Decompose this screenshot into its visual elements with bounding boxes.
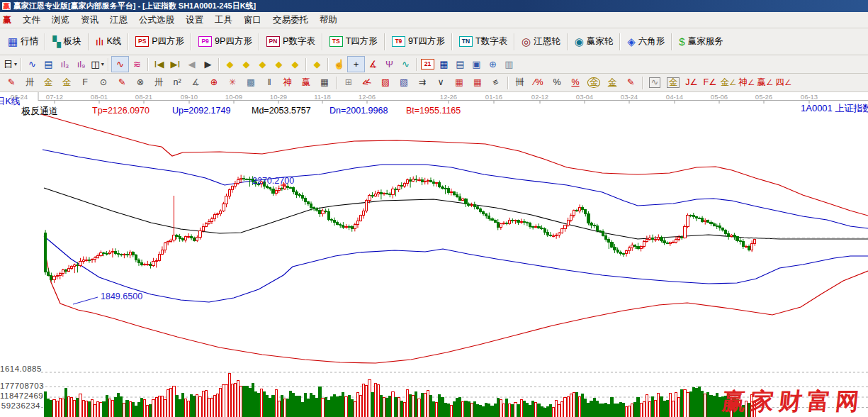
mini-chart-3-icon[interactable]: ıl₃ (57, 57, 73, 72)
trend-draw-red-icon[interactable]: ∿ (111, 56, 129, 72)
menu-item-帮助[interactable]: 帮助 (314, 13, 343, 28)
goto-first-icon[interactable]: Ⅰ◀ (151, 57, 167, 72)
period-tab-label[interactable]: 日K线 (0, 96, 20, 108)
av-box-icon[interactable]: ∿ (646, 76, 664, 89)
ruler2-icon[interactable]: 卅 (150, 76, 168, 89)
9p-square-button[interactable]: P99P四方形 (193, 33, 257, 50)
angle-measure-icon[interactable]: ∡ (365, 57, 381, 72)
f-angle-icon[interactable]: F∠ (701, 76, 719, 89)
grid-arrow-icon[interactable]: ▦ (468, 76, 487, 89)
gann-shape-icon[interactable]: Ψ (381, 57, 398, 72)
gann-wheel-button[interactable]: ◎江恩轮 (517, 33, 565, 50)
gold-grid-2-icon[interactable]: 金 (57, 76, 76, 89)
slant-lines-icon[interactable]: ≡ (487, 76, 505, 89)
calendar-icon[interactable]: 21 (419, 57, 436, 72)
time-circle-icon[interactable]: ⊗ (131, 76, 150, 89)
gann-nav-center-icon[interactable]: ◆ (309, 57, 325, 72)
toolbar-separator (507, 77, 509, 89)
grid-red-icon[interactable]: ▦ (450, 76, 468, 89)
n-square-icon[interactable]: n² (168, 76, 186, 89)
step-back-icon[interactable]: ◀ (184, 57, 200, 72)
gann-pen-icon[interactable]: ✎ (2, 76, 21, 89)
menu-item-设置[interactable]: 设置 (180, 13, 209, 28)
notes-icon[interactable]: ▤ (452, 57, 468, 72)
bars-pair-icon[interactable]: ‖ (260, 76, 278, 89)
ying-angle-icon[interactable]: 赢∠ (756, 76, 774, 89)
trend-draw-blue-icon[interactable]: ∿ (24, 57, 40, 72)
target-red-icon[interactable]: ⊕ (205, 76, 223, 89)
workstation-icon[interactable]: ▥ (501, 57, 517, 72)
j-angle-icon[interactable]: J∠ (682, 76, 701, 89)
spider-web-icon[interactable]: ▩ (242, 76, 260, 89)
goto-last-icon[interactable]: ▶Ⅰ (167, 57, 184, 72)
kline-chart-canvas[interactable] (0, 92, 868, 417)
gann-nav-left-icon[interactable]: ◆ (222, 57, 238, 72)
gold-angle-icon[interactable]: 金∠ (719, 76, 738, 89)
menu-item-浏览[interactable]: 浏览 (46, 13, 75, 28)
wave-tool-icon[interactable]: ∿ (398, 57, 414, 72)
percent-icon[interactable]: % (548, 76, 566, 89)
menu-item-公式选股[interactable]: 公式选股 (133, 13, 180, 28)
kline-button[interactable]: ılıK线 (91, 33, 127, 50)
brush-red-icon[interactable]: ✎ (621, 76, 640, 89)
menu-item-工具[interactable]: 工具 (209, 13, 238, 28)
frame-tool-icon[interactable]: ⊞ (339, 76, 358, 89)
menu-item-窗口[interactable]: 窗口 (238, 13, 267, 28)
save-icon[interactable]: ▣ (468, 57, 485, 72)
period-day-selector[interactable]: 日▾ (2, 57, 18, 72)
wave-v-icon[interactable]: ∨ (432, 76, 450, 89)
mini-chart-9-icon[interactable]: ıl₉ (73, 57, 89, 72)
ladder-chart-icon[interactable]: 卌 (511, 76, 529, 89)
hand-tool-icon[interactable]: ☝ (331, 57, 347, 72)
fan-box-red-icon[interactable]: ▨ (376, 76, 395, 89)
fan-box-blue-icon[interactable]: ▧ (395, 76, 413, 89)
pen-measure-icon[interactable]: ✎ (113, 76, 131, 89)
gann-nav-up-icon[interactable]: ◆ (254, 57, 271, 72)
hexagon-button[interactable]: ◈六角形 (622, 33, 670, 50)
arrow-fan-icon[interactable]: ⇉ (413, 76, 432, 89)
gann-nav-cross-icon[interactable]: ◆ (271, 57, 287, 72)
chart-area[interactable]: 06-2407-1208-0108-2109-1010-0910-2911-18… (0, 92, 868, 417)
gold-line-icon[interactable]: 金 (603, 76, 621, 89)
network-icon[interactable]: ⊕ (485, 57, 501, 72)
gann-ruler-icon[interactable]: 卅 (21, 76, 39, 89)
angle-a-icon[interactable]: ∡ (186, 76, 205, 89)
calculator-icon[interactable]: ▦ (436, 57, 452, 72)
9t-square-button[interactable]: T99T四方形 (387, 33, 450, 50)
gann-nav-star-icon[interactable]: ◆ (287, 57, 303, 72)
quotes-button[interactable]: ▦行情 (3, 33, 43, 50)
shen-angle-icon[interactable]: 神∠ (738, 76, 756, 89)
gold-circle-icon[interactable]: 金 (585, 76, 603, 89)
volume-profile-icon[interactable]: ≋ (129, 57, 145, 72)
step-forward-icon[interactable]: ▶ (200, 57, 216, 72)
ying-tool-icon[interactable]: 赢 (297, 76, 315, 89)
t-number-button[interactable]: TNT数字表 (454, 33, 512, 50)
gold-grid-1-icon[interactable]: 金 (39, 76, 57, 89)
winner-service-button[interactable]: $赢家服务 (674, 33, 728, 50)
spiral-icon[interactable]: ⊙ (94, 76, 113, 89)
fib-grid-icon[interactable]: F (76, 76, 94, 89)
sectors-button[interactable]: ▚板块 (47, 33, 86, 50)
menu-item-文件[interactable]: 文件 (17, 13, 46, 28)
percent-line-icon[interactable]: % (566, 76, 585, 89)
fan-red-icon[interactable]: ≪ (358, 76, 376, 89)
star-burst-icon[interactable]: ✳ (223, 76, 242, 89)
winner-wheel-button[interactable]: ◉赢家轮 (570, 33, 619, 50)
gann-nav-right-icon[interactable]: ◆ (238, 57, 254, 72)
candle-style-icon[interactable]: ◫▾ (89, 57, 106, 72)
percent-t-icon[interactable]: ⁄% (529, 76, 548, 89)
indicator-name[interactable]: 极反通道 (21, 105, 58, 118)
si-angle-icon[interactable]: 四∠ (774, 76, 793, 89)
shen-tool-icon[interactable]: 神 (278, 76, 297, 89)
price-axis-min-label: 1614.0885 (0, 365, 40, 373)
menu-item-资讯[interactable]: 资讯 (75, 13, 104, 28)
menu-item-交易委托[interactable]: 交易委托 (267, 13, 314, 28)
t-square-button[interactable]: TST四方形 (325, 33, 383, 50)
p-number-button[interactable]: PNP数字表 (261, 33, 320, 50)
gold-box-icon[interactable]: 金 (664, 76, 682, 89)
info-list-icon[interactable]: ▤ (40, 57, 57, 72)
crosshair-tool-icon[interactable]: + (347, 56, 365, 72)
menu-item-江恩[interactable]: 江恩 (104, 13, 133, 28)
ruler-123-icon[interactable]: ▦ (315, 76, 334, 89)
p-square-button[interactable]: PSP四方形 (130, 33, 189, 50)
